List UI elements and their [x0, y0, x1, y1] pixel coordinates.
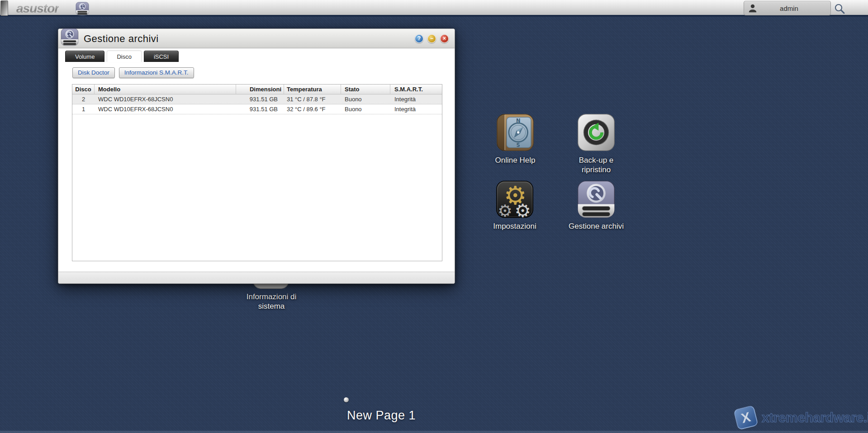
help-button[interactable]: ?	[415, 34, 423, 43]
disk-table: DiscoModelloDimensioniTemperaturaStatoS.…	[72, 84, 442, 261]
storage-wrench-icon	[577, 180, 616, 219]
table-row[interactable]: 1WDC WD10EFRX-68JCSN0931.51 GB32 °C / 89…	[72, 104, 442, 114]
storage-wrench-icon	[61, 28, 79, 46]
page-indicator-dot[interactable]	[344, 397, 349, 402]
disk-doctor-button[interactable]: Disk Doctor	[72, 67, 115, 78]
watermark-text: xtremehardware.it	[762, 410, 868, 425]
compass-book-icon: N S	[496, 113, 535, 152]
svg-text:N: N	[516, 118, 521, 124]
person-icon	[748, 3, 758, 14]
column-header-smart[interactable]: S.M.A.R.T.	[390, 85, 442, 94]
disk-table-header[interactable]: DiscoModelloDimensioniTemperaturaStatoS.…	[72, 85, 442, 94]
desktop-icon-online-help[interactable]: N S	[496, 113, 535, 154]
tab-strip: VolumeDiscoiSCSI	[65, 51, 181, 62]
desktop-icon-label: Gestione archivi	[558, 221, 635, 231]
search-icon	[834, 3, 845, 14]
disk-table-body: 2WDC WD10EFRX-68JCSN0931.51 GB31 °C / 87…	[72, 94, 442, 114]
asustor-logo: asustor	[16, 0, 59, 17]
table-row[interactable]: 2WDC WD10EFRX-68JCSN0931.51 GB31 °C / 87…	[72, 94, 442, 104]
desktop-icon-label: Informazioni di sistema	[237, 292, 305, 311]
minimize-button[interactable]: −	[427, 34, 436, 43]
desktop-icon-label: Back-up e ripristino	[571, 155, 621, 175]
svg-text:⚙: ⚙	[514, 200, 531, 219]
storage-wrench-icon	[76, 2, 89, 15]
desktop-icon-label: Online Help	[477, 155, 554, 165]
window-gestione-archivi: Gestione archivi ? − × VolumeDiscoiSCSI …	[58, 28, 455, 284]
user-menu-button[interactable]: admin	[744, 1, 831, 15]
informazioni-s-m-a-r-t--button[interactable]: Informazioni S.M.A.R.T.	[119, 67, 194, 78]
tab-disco[interactable]: Disco	[107, 51, 142, 62]
close-button[interactable]: ×	[440, 34, 449, 43]
watermark-x-badge: X	[733, 405, 759, 430]
column-header-disco[interactable]: Disco	[72, 85, 95, 94]
window-footer	[58, 272, 455, 283]
watermark: X xtremehardware.it	[735, 407, 868, 428]
search-button[interactable]	[834, 3, 845, 14]
toolbar: Disk DoctorInformazioni S.M.A.R.T.	[72, 67, 194, 78]
tab-iscsi[interactable]: iSCSI	[144, 51, 179, 62]
desktop-icon-gestione-archivi[interactable]	[577, 180, 616, 221]
top-bar: asustor admin	[0, 0, 868, 17]
desktop-icon-impostazioni[interactable]: ⚙ ⚙ ⚙	[495, 180, 534, 221]
taskbar-app-gestione-archivi[interactable]	[74, 0, 90, 16]
svg-text:S: S	[517, 142, 520, 148]
column-header-temperatura[interactable]: Temperatura	[284, 85, 341, 94]
corner-handle[interactable]	[0, 0, 8, 16]
window-titlebar[interactable]: Gestione archivi ? − ×	[58, 29, 455, 48]
gears-icon: ⚙ ⚙ ⚙	[495, 180, 534, 219]
restore-ring-icon	[577, 113, 616, 152]
tab-volume[interactable]: Volume	[65, 51, 104, 62]
column-header-dimensioni[interactable]: Dimensioni	[236, 85, 284, 94]
window-title: Gestione archivi	[84, 29, 159, 48]
username-label: admin	[758, 5, 830, 12]
column-header-stato[interactable]: Stato	[341, 85, 390, 94]
page-name-label: New Page 1	[313, 409, 449, 423]
desktop-icon-label: Impostazioni	[476, 221, 553, 231]
svg-text:⚙: ⚙	[498, 201, 512, 219]
column-header-modello[interactable]: Modello	[95, 85, 236, 94]
desktop-icon-backup[interactable]	[577, 113, 616, 154]
